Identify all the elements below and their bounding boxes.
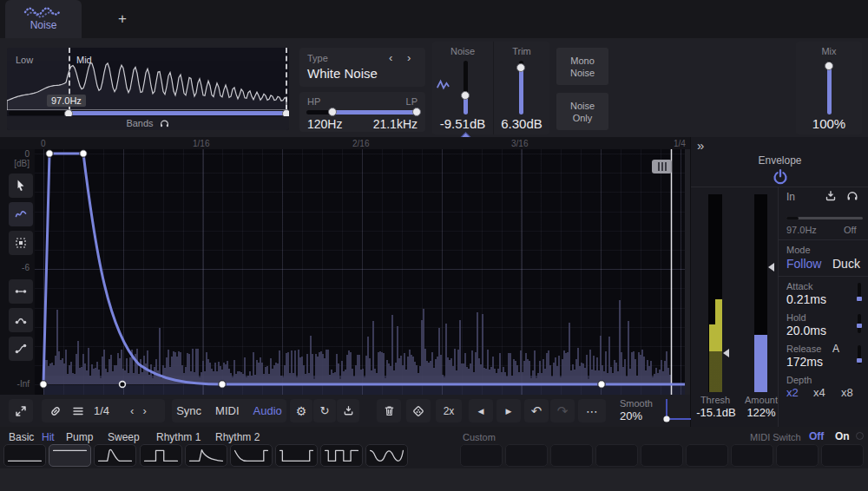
add-tab-button[interactable]: +: [109, 7, 135, 31]
category-rhythm2[interactable]: Rhythm 2: [215, 431, 260, 443]
thresh-marker[interactable]: [723, 349, 729, 357]
env-point[interactable]: [46, 150, 53, 157]
sidechain-button[interactable]: [337, 399, 359, 422]
env-curve-handle[interactable]: [120, 382, 126, 388]
randomize-button[interactable]: [406, 399, 431, 422]
depth-x2-button[interactable]: x2: [786, 386, 799, 399]
listen-headphones-icon[interactable]: [845, 189, 859, 203]
wave-preset-duck-curve[interactable]: [230, 444, 273, 467]
custom-slot-5[interactable]: [641, 444, 683, 467]
release-auto-badge[interactable]: A: [832, 343, 839, 355]
wave-preset-flat-high[interactable]: [49, 444, 91, 467]
band-range-slider[interactable]: [7, 110, 289, 116]
graph-drag-grip[interactable]: [652, 160, 672, 173]
headphones-icon[interactable]: [159, 118, 170, 129]
amount-marker[interactable]: [768, 263, 774, 272]
thresh-value[interactable]: -15.1dB: [689, 406, 743, 419]
mix-value[interactable]: 100%: [796, 116, 862, 131]
tool-marquee[interactable]: [9, 231, 33, 255]
sync-mode-button[interactable]: Sync: [176, 404, 201, 417]
type-next-button[interactable]: ›: [407, 51, 411, 64]
mono-noise-button[interactable]: Mono Noise: [556, 48, 608, 85]
env-point[interactable]: [80, 150, 87, 157]
link-icon[interactable]: [49, 404, 62, 418]
pattern-list-icon[interactable]: [71, 404, 85, 418]
midi-mode-button[interactable]: MIDI: [215, 404, 239, 417]
wave-preset-hit-decay[interactable]: [94, 444, 136, 467]
expand-view-button[interactable]: [9, 399, 33, 422]
envelope-curve-layer[interactable]: [35, 149, 685, 395]
env-point[interactable]: [598, 381, 605, 388]
tab-noise[interactable]: Noise: [5, 0, 82, 38]
filter-range-slider[interactable]: [306, 109, 418, 116]
midi-switch-on-button[interactable]: On: [835, 430, 850, 442]
shift-left-button[interactable]: ◀: [469, 399, 493, 422]
custom-slot-7[interactable]: [731, 444, 773, 467]
smooth-mini-slider[interactable]: [658, 397, 693, 424]
hp-handle[interactable]: [328, 108, 337, 116]
band-right-divider[interactable]: [286, 48, 287, 110]
depth-x4-button[interactable]: x4: [813, 386, 825, 399]
tool-line-segment[interactable]: [9, 279, 33, 304]
in-freq-value[interactable]: 97.0Hz: [786, 225, 817, 235]
bands-footer[interactable]: Bands: [7, 116, 289, 130]
release-value[interactable]: 172ms: [786, 355, 823, 369]
wave-preset-double-gate[interactable]: [320, 444, 363, 467]
double-pattern-button[interactable]: 2x: [436, 399, 462, 422]
category-pump[interactable]: Pump: [66, 431, 93, 443]
hold-slider[interactable]: [858, 314, 861, 333]
wave-preset-duck-square[interactable]: [275, 444, 318, 467]
attack-slider[interactable]: [858, 283, 861, 302]
lp-handle[interactable]: [412, 108, 421, 116]
redo-button[interactable]: ↷: [550, 399, 575, 422]
mix-handle[interactable]: [825, 62, 833, 70]
env-point[interactable]: [40, 381, 47, 388]
type-value[interactable]: White Noise: [307, 66, 378, 81]
loop-button[interactable]: ↻: [313, 399, 336, 422]
release-slider[interactable]: [858, 345, 861, 364]
sidechain-input-icon[interactable]: [824, 189, 838, 203]
wave-preset-flat-low[interactable]: [3, 444, 46, 467]
category-sweep[interactable]: Sweep: [108, 431, 140, 443]
tool-cursor[interactable]: [9, 173, 33, 198]
envelope-curve[interactable]: [43, 154, 685, 384]
wave-preset-square-pulse[interactable]: [140, 444, 182, 467]
noise-gain-value[interactable]: -9.51dB: [432, 116, 493, 131]
category-hit[interactable]: Hit: [42, 431, 55, 443]
attack-value[interactable]: 0.21ms: [786, 292, 826, 306]
custom-slot-8[interactable]: [776, 444, 819, 467]
noise-only-button[interactable]: Noise Only: [556, 93, 608, 130]
rate-value[interactable]: 1/4: [94, 404, 109, 417]
trim-value[interactable]: 6.30dB: [494, 116, 549, 131]
env-point[interactable]: [219, 381, 226, 388]
hold-value[interactable]: 20.0ms: [786, 324, 826, 337]
delete-button[interactable]: [377, 399, 401, 422]
timeline-ruler[interactable]: 0 1/16 2/16 3/16 1/4: [0, 137, 690, 149]
pattern-next-button[interactable]: ›: [142, 404, 146, 417]
custom-slot-3[interactable]: [550, 444, 593, 467]
depth-x8-button[interactable]: x8: [841, 386, 853, 399]
wave-preset-double-smooth[interactable]: [365, 444, 408, 467]
category-rhythm1[interactable]: Rhythm 1: [156, 431, 201, 443]
power-icon[interactable]: [772, 167, 789, 185]
mode-duck-button[interactable]: Duck: [832, 257, 860, 271]
custom-slot-6[interactable]: [686, 444, 728, 467]
settings-button[interactable]: ⚙: [290, 399, 312, 422]
hp-value[interactable]: 120Hz: [307, 117, 342, 131]
pattern-prev-button[interactable]: ‹: [130, 404, 134, 417]
custom-slot-1[interactable]: [460, 444, 503, 467]
audio-mode-button[interactable]: Audio: [253, 404, 282, 417]
more-button[interactable]: ⋯: [578, 399, 606, 422]
midi-switch-off-button[interactable]: Off: [809, 430, 824, 442]
custom-slot-9[interactable]: [821, 444, 864, 467]
in-off-label[interactable]: Off: [844, 225, 856, 235]
collapse-panel-button[interactable]: »: [697, 138, 704, 153]
category-basic[interactable]: Basic: [9, 431, 34, 443]
mode-follow-button[interactable]: Follow: [786, 257, 821, 271]
smooth-value[interactable]: 20%: [620, 409, 642, 422]
custom-slot-4[interactable]: [595, 444, 638, 467]
tool-arc-segment[interactable]: [9, 308, 33, 332]
type-prev-button[interactable]: ‹: [389, 51, 392, 64]
midi-learn-indicator[interactable]: [856, 432, 864, 440]
tool-s-curve[interactable]: [9, 337, 33, 361]
